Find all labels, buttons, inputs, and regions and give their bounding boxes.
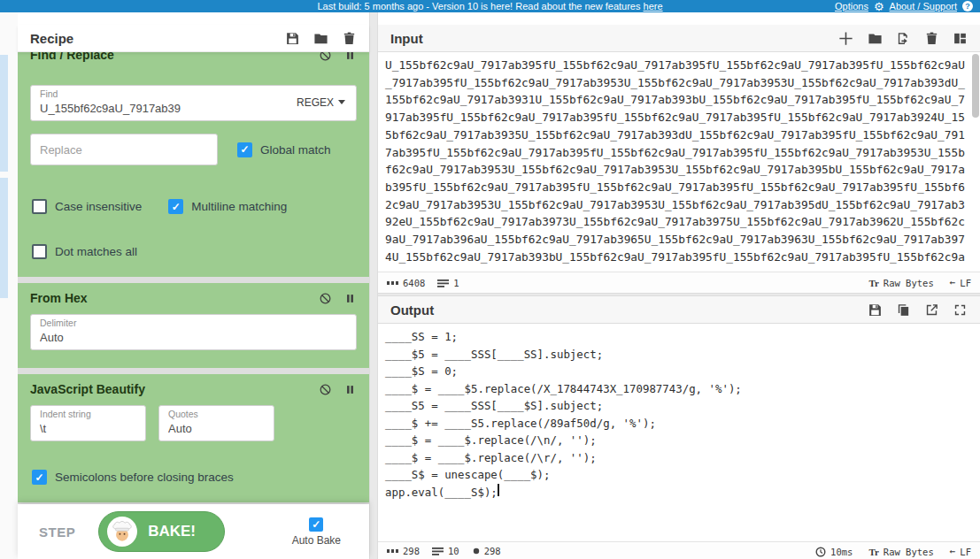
operation-title-bar[interactable]: From Hex bbox=[18, 283, 369, 307]
io-panel: Input U_155bf62c9aU_7917ab395fU_155bf62c… bbox=[378, 12, 980, 559]
operation-list-item[interactable] bbox=[0, 55, 8, 172]
argument-row: Indent string Quotes bbox=[30, 405, 357, 441]
options-link[interactable]: Options bbox=[835, 1, 868, 11]
disable-operation-button[interactable] bbox=[319, 383, 332, 396]
indent-string-input[interactable] bbox=[40, 421, 136, 436]
copy-output-button[interactable] bbox=[896, 302, 911, 318]
operation-controls bbox=[319, 52, 357, 62]
pause-icon bbox=[343, 292, 357, 305]
delimiter-input[interactable] bbox=[40, 330, 347, 345]
checkbox-checked-icon[interactable]: ✓ bbox=[237, 142, 252, 157]
quotes-field[interactable]: Quotes bbox=[158, 405, 274, 441]
bake-time: 10ms bbox=[815, 547, 853, 557]
dot-matches-all-label: Dot matches all bbox=[55, 245, 137, 258]
checkbox-unchecked-icon[interactable] bbox=[32, 199, 47, 214]
recipe-header: Recipe bbox=[18, 25, 369, 52]
operation-js-beautify[interactable]: JavaScript Beautify Indent string Quotes bbox=[18, 374, 369, 502]
output-header-icons bbox=[868, 302, 968, 318]
maximize-output-button[interactable] bbox=[953, 302, 968, 318]
auto-bake-toggle[interactable]: ✓ Auto Bake bbox=[292, 517, 341, 547]
chevron-down-icon bbox=[338, 100, 345, 104]
input-line-count-value: 1 bbox=[453, 278, 459, 288]
global-match-checkbox[interactable]: ✓ Global match bbox=[237, 142, 331, 157]
disable-operation-button[interactable] bbox=[319, 292, 332, 305]
gear-icon[interactable]: ⚙ bbox=[874, 1, 884, 12]
quotes-label: Quotes bbox=[168, 409, 265, 420]
input-type-selector[interactable]: Tr Raw Bytes bbox=[868, 278, 933, 288]
operation-list-item[interactable] bbox=[0, 178, 8, 298]
checkbox-checked-icon[interactable]: ✓ bbox=[168, 199, 183, 214]
operation-from-hex[interactable]: From Hex Delimiter bbox=[18, 283, 369, 368]
breakpoint-button[interactable] bbox=[343, 52, 357, 62]
checkbox-unchecked-icon[interactable] bbox=[32, 244, 47, 259]
bake-label: BAKE! bbox=[148, 523, 196, 540]
open-file-button[interactable] bbox=[896, 31, 911, 46]
load-recipe-button[interactable] bbox=[313, 31, 328, 46]
type-icon: Tr bbox=[868, 547, 878, 557]
trash-icon bbox=[924, 31, 939, 46]
save-icon bbox=[285, 31, 300, 46]
find-field[interactable]: Find REGEX bbox=[30, 85, 357, 121]
delimiter-label: Delimiter bbox=[40, 318, 347, 329]
breakpoint-button[interactable] bbox=[343, 383, 357, 396]
step-button[interactable]: STEP bbox=[39, 525, 75, 540]
save-recipe-button[interactable] bbox=[285, 31, 300, 46]
replace-field[interactable] bbox=[30, 134, 218, 165]
input-scrollbar[interactable] bbox=[972, 54, 979, 118]
build-notice: Last build: 5 months ago - Version 10 is… bbox=[0, 0, 980, 12]
bake-button[interactable]: BAKE! bbox=[98, 511, 225, 552]
file-import-icon bbox=[896, 31, 911, 46]
operation-title-bar[interactable]: Find / Replace bbox=[18, 52, 369, 64]
input-textarea[interactable]: U_155bf62c9aU_7917ab395fU_155bf62c9aU_79… bbox=[378, 52, 980, 272]
save-output-button[interactable] bbox=[868, 302, 883, 318]
type-icon: Tr bbox=[868, 278, 878, 288]
global-match-label: Global match bbox=[260, 143, 331, 157]
disable-operation-button[interactable] bbox=[319, 52, 332, 62]
checkbox-checked-icon[interactable]: ✓ bbox=[309, 517, 323, 532]
multiline-matching-checkbox[interactable]: ✓ Multiline matching bbox=[168, 199, 287, 214]
case-insensitive-checkbox[interactable]: Case insensitive bbox=[32, 199, 142, 214]
output-eol-selector[interactable]: ← LF bbox=[950, 546, 971, 557]
operation-name: From Hex bbox=[30, 291, 88, 305]
clear-io-button[interactable] bbox=[924, 31, 939, 46]
find-input[interactable] bbox=[40, 101, 295, 116]
output-char-count-value: 298 bbox=[403, 546, 420, 556]
about-support-link[interactable]: About / Support bbox=[890, 1, 957, 11]
banner-links: Options ⚙ About / Support ? bbox=[835, 0, 973, 12]
open-folder-button[interactable] bbox=[868, 31, 883, 46]
output-type-selector[interactable]: Tr Raw Bytes bbox=[868, 547, 933, 557]
add-input-tab-button[interactable] bbox=[837, 30, 854, 47]
help-icon[interactable]: ? bbox=[962, 1, 973, 11]
layout-columns-icon bbox=[953, 31, 968, 46]
case-insensitive-label: Case insensitive bbox=[55, 200, 142, 213]
regex-type-select[interactable]: REGEX bbox=[295, 96, 347, 109]
open-output-new-window-button[interactable] bbox=[924, 302, 939, 318]
indent-string-field[interactable]: Indent string bbox=[30, 405, 146, 441]
replace-input[interactable] bbox=[40, 142, 208, 157]
vertical-splitter[interactable] bbox=[369, 12, 378, 559]
operation-find-replace[interactable]: Find / Replace Find REGEX bbox=[18, 52, 369, 277]
auto-bake-label: Auto Bake bbox=[292, 534, 341, 547]
delimiter-field[interactable]: Delimiter bbox=[30, 314, 357, 350]
line-count-icon bbox=[437, 279, 450, 287]
semicolons-checkbox[interactable]: ✓ Semicolons before closing braces bbox=[32, 470, 355, 485]
input-eol-selector[interactable]: ← LF bbox=[950, 277, 971, 288]
expand-icon bbox=[953, 302, 968, 318]
dot-matches-all-checkbox[interactable]: Dot matches all bbox=[32, 244, 355, 259]
output-char-count: 298 bbox=[387, 546, 420, 556]
clear-recipe-button[interactable] bbox=[342, 31, 357, 46]
input-text[interactable]: U_155bf62c9aU_7917ab395fU_155bf62c9aU_79… bbox=[378, 52, 980, 270]
text-caret bbox=[498, 484, 499, 496]
quotes-input[interactable] bbox=[168, 421, 265, 436]
breakpoint-button[interactable] bbox=[343, 292, 357, 305]
input-title: Input bbox=[390, 31, 423, 46]
folder-icon bbox=[313, 31, 328, 46]
ban-icon bbox=[319, 383, 332, 396]
new-features-link[interactable]: here bbox=[644, 1, 663, 11]
reset-layout-button[interactable] bbox=[953, 31, 968, 46]
save-icon bbox=[868, 302, 883, 318]
checkbox-checked-icon[interactable]: ✓ bbox=[32, 470, 47, 485]
output-status-right: 10ms Tr Raw Bytes ← LF bbox=[815, 546, 971, 557]
output-line-count-value: 10 bbox=[448, 546, 459, 556]
operation-title-bar[interactable]: JavaScript Beautify bbox=[18, 374, 369, 398]
